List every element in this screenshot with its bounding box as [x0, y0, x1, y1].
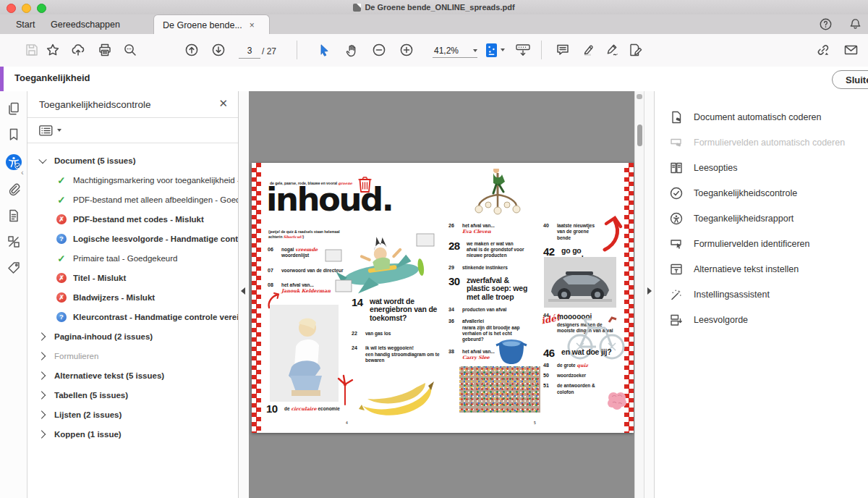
sign-icon[interactable] — [605, 43, 619, 57]
check-item[interactable]: Pagina-inhoud (2 issues) — [27, 326, 238, 346]
toc-entry: 29 stinkende instinkers — [448, 265, 534, 271]
tool-reading-order[interactable]: Leesvolgorde — [655, 307, 868, 332]
accessibility-check-panel: Toegankelijkheidscontrole ✕ — [27, 91, 239, 498]
identify-formfields-icon — [669, 237, 684, 251]
save-icon[interactable] — [25, 43, 39, 57]
chevron-down-icon — [473, 49, 477, 52]
check-item[interactable]: Formulieren — [27, 346, 238, 366]
reading-order-icon — [669, 313, 684, 327]
star-icon[interactable] — [46, 43, 60, 57]
toolbar: / 27 41,2% — [0, 34, 868, 67]
toc-entry-10: 10 de circulaire economie — [266, 404, 364, 423]
pages-icon[interactable] — [7, 101, 21, 116]
zoom-in-icon[interactable] — [399, 43, 414, 57]
scrollbar-mini-thumb[interactable] — [637, 94, 642, 99]
tool-set-alt-text[interactable]: Alternatieve tekst instellen — [655, 256, 868, 282]
car-photo — [544, 257, 616, 308]
page-number-input[interactable] — [239, 44, 260, 59]
display-settings-icon[interactable] — [515, 43, 529, 57]
status-icon — [56, 292, 67, 303]
woman-photo — [270, 305, 339, 402]
toc-entry: 40 laatste nieuwtjes van de groene bende — [543, 223, 604, 241]
page-title: Toegankelijkheid — [14, 72, 90, 83]
tool-autotag-formfields[interactable]: Formuliervelden automatisch coderen — [655, 130, 868, 155]
status-icon — [56, 312, 67, 322]
checker-border-left — [252, 163, 261, 433]
tab-start[interactable]: Start — [7, 14, 43, 34]
bookmark-icon[interactable] — [7, 127, 21, 142]
print-icon[interactable] — [98, 43, 112, 57]
next-page-arrow-icon[interactable] — [647, 287, 652, 295]
list-options-icon[interactable] — [39, 125, 53, 136]
left-page-gutter — [239, 91, 249, 498]
select-cursor-icon[interactable] — [317, 43, 331, 57]
highlight-icon[interactable] — [582, 43, 596, 57]
page-down-icon[interactable] — [211, 43, 226, 57]
check-item[interactable]: Document (5 issues) — [27, 151, 238, 170]
notifications-icon[interactable] — [848, 17, 862, 31]
zoom-level-control[interactable]: 41,2% — [433, 43, 477, 58]
tag-document-icon — [669, 110, 684, 124]
check-item[interactable]: Primaire taal - Goedgekeurd — [27, 248, 238, 268]
tab-document[interactable]: De Groene bende... × — [153, 14, 270, 35]
comment-icon[interactable] — [556, 43, 570, 57]
page-display-icon[interactable] — [486, 43, 508, 57]
search-zoom-icon[interactable] — [123, 43, 137, 57]
check-item[interactable]: Logische leesvolgorde - Handmatige contr… — [27, 229, 238, 248]
chevron-down-icon[interactable] — [57, 129, 61, 132]
paperclip-icon[interactable] — [7, 182, 21, 197]
email-icon[interactable] — [843, 43, 858, 57]
panel-title: Toegankelijkheidscontrole — [39, 99, 151, 110]
check-item[interactable]: Alternatieve tekst (5 issues) — [27, 366, 238, 385]
document-icon[interactable] — [7, 208, 21, 223]
share-cloud-icon[interactable] — [71, 43, 85, 57]
tab-tools[interactable]: Gereedschappen — [42, 14, 129, 34]
wand-icon — [669, 287, 684, 302]
tool-accessibility-check[interactable]: Toegankelijkheidscontrole — [655, 180, 868, 206]
tool-accessibility-report[interactable]: Toegankelijkheidsrapport — [655, 206, 868, 231]
accessibility-header-bar: Toegankelijkheid Sluiten — [0, 67, 868, 92]
accessibility-icon[interactable] — [5, 153, 22, 171]
close-icon[interactable]: ✕ — [218, 98, 228, 109]
tag-icon[interactable] — [7, 261, 21, 275]
check-item[interactable]: Kleurcontrast - Handmatige controle vere… — [27, 307, 238, 326]
tool-autotag-document[interactable]: Document automatisch coderen — [655, 104, 868, 130]
check-item[interactable]: Machtigingsmarkering voor toegankelijkhe… — [27, 170, 238, 190]
magazine-title: inhoud. — [266, 183, 392, 216]
tab-close-icon[interactable]: × — [250, 21, 255, 30]
check-item[interactable]: Lijsten (2 issues) — [27, 405, 238, 424]
toc-entry: 22 van gas los — [352, 331, 440, 337]
status-icon — [38, 156, 48, 166]
toc-entry: 24 ik wil iets weggooien!een handig stro… — [352, 345, 440, 363]
check-item[interactable]: Tabellen (5 issues) — [27, 385, 238, 405]
fill-sign-icon[interactable] — [628, 43, 642, 57]
link-icon[interactable] — [816, 43, 830, 57]
check-item[interactable]: PDF-bestand met alleen afbeeldingen - Go… — [27, 190, 238, 209]
scrollbar-thumb[interactable] — [637, 124, 642, 146]
tool-setup-assistant[interactable]: Instellingsassistent — [655, 282, 868, 307]
arrow-doodle-right — [597, 212, 624, 253]
status-icon — [38, 390, 48, 400]
page-number-field[interactable] — [239, 43, 258, 57]
page-up-icon[interactable] — [184, 43, 199, 57]
acrobat-window: De Groene bende_ONLINE_spreads.pdf Start… — [0, 0, 868, 498]
order-icon[interactable] — [7, 235, 21, 249]
check-item[interactable]: Titel - Mislukt — [27, 268, 238, 287]
vertical-scrollbar[interactable] — [634, 91, 644, 498]
check-item[interactable]: Koppen (1 issue) — [27, 424, 238, 444]
windmill-doodle — [334, 374, 356, 406]
check-item[interactable]: Bladwijzers - Mislukt — [27, 287, 238, 307]
hand-icon[interactable] — [344, 43, 359, 57]
status-icon — [38, 410, 48, 420]
zoom-out-icon[interactable] — [372, 43, 386, 57]
alt-text-icon — [669, 262, 684, 277]
tab-bar: Start Gereedschappen De Groene bende... … — [0, 14, 868, 35]
tool-reading-options[interactable]: Leesopties — [655, 155, 868, 180]
check-item[interactable]: PDF-bestand met codes - Mislukt — [27, 209, 238, 229]
previous-page-arrow-icon[interactable] — [241, 287, 245, 295]
help-icon[interactable] — [819, 17, 833, 31]
toc-entry: 30 zwerfafval & plastic soep: weg met al… — [448, 277, 534, 301]
close-accessibility-button[interactable]: Sluiten — [832, 70, 868, 89]
tool-identify-formfields[interactable]: Formuliervelden identificeren — [655, 231, 868, 256]
banana-illustration — [357, 371, 437, 421]
